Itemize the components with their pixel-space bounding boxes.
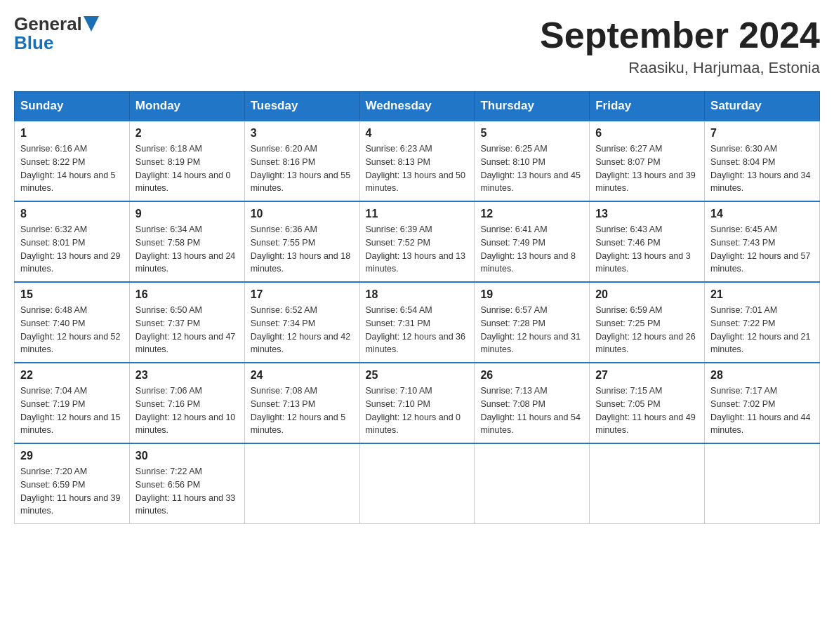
calendar-week-2: 8 Sunrise: 6:32 AMSunset: 8:01 PMDayligh… <box>15 201 820 282</box>
title-block: September 2024 Raasiku, Harjumaa, Estoni… <box>540 14 820 77</box>
day-info: Sunrise: 7:17 AMSunset: 7:02 PMDaylight:… <box>710 384 814 437</box>
calendar-header: Sunday Monday Tuesday Wednesday Thursday… <box>15 92 820 121</box>
day-info: Sunrise: 6:50 AMSunset: 7:37 PMDaylight:… <box>135 304 239 356</box>
logo-blue-text: Blue <box>14 33 99 53</box>
table-row <box>359 443 475 524</box>
table-row: 24 Sunrise: 7:08 AMSunset: 7:13 PMDaylig… <box>244 363 359 443</box>
table-row: 12 Sunrise: 6:41 AMSunset: 7:49 PMDaylig… <box>475 201 590 282</box>
table-row: 14 Sunrise: 6:45 AMSunset: 7:43 PMDaylig… <box>705 201 820 282</box>
day-info: Sunrise: 7:06 AMSunset: 7:16 PMDaylight:… <box>135 384 239 437</box>
day-number: 17 <box>251 288 354 301</box>
table-row: 13 Sunrise: 6:43 AMSunset: 7:46 PMDaylig… <box>590 201 705 282</box>
day-info: Sunrise: 6:27 AMSunset: 8:07 PMDaylight:… <box>595 142 699 195</box>
table-row: 19 Sunrise: 6:57 AMSunset: 7:28 PMDaylig… <box>475 282 590 363</box>
svg-marker-0 <box>84 16 99 32</box>
table-row: 3 Sunrise: 6:20 AMSunset: 8:16 PMDayligh… <box>244 121 359 201</box>
logo: General Blue <box>14 14 99 53</box>
table-row <box>705 443 820 524</box>
day-info: Sunrise: 6:54 AMSunset: 7:31 PMDaylight:… <box>366 304 469 356</box>
day-info: Sunrise: 6:48 AMSunset: 7:40 PMDaylight:… <box>20 304 124 356</box>
day-number: 9 <box>135 208 239 220</box>
col-tuesday: Tuesday <box>244 92 359 121</box>
table-row: 25 Sunrise: 7:10 AMSunset: 7:10 PMDaylig… <box>359 363 475 443</box>
table-row <box>475 443 590 524</box>
day-number: 18 <box>366 288 469 301</box>
col-monday: Monday <box>129 92 244 121</box>
day-number: 4 <box>366 127 469 140</box>
table-row: 23 Sunrise: 7:06 AMSunset: 7:16 PMDaylig… <box>129 363 244 443</box>
day-number: 5 <box>480 127 583 140</box>
day-info: Sunrise: 6:16 AMSunset: 8:22 PMDaylight:… <box>20 142 124 195</box>
day-number: 22 <box>20 369 124 382</box>
day-number: 21 <box>710 288 814 301</box>
day-number: 29 <box>20 450 124 462</box>
day-info: Sunrise: 6:39 AMSunset: 7:52 PMDaylight:… <box>366 223 469 276</box>
table-row: 8 Sunrise: 6:32 AMSunset: 8:01 PMDayligh… <box>15 201 130 282</box>
table-row: 30 Sunrise: 7:22 AMSunset: 6:56 PMDaylig… <box>129 443 244 524</box>
day-number: 15 <box>20 288 124 301</box>
col-sunday: Sunday <box>15 92 130 121</box>
calendar-week-5: 29 Sunrise: 7:20 AMSunset: 6:59 PMDaylig… <box>15 443 820 524</box>
day-number: 11 <box>366 208 469 220</box>
day-number: 26 <box>480 369 583 382</box>
table-row: 9 Sunrise: 6:34 AMSunset: 7:58 PMDayligh… <box>129 201 244 282</box>
table-row: 17 Sunrise: 6:52 AMSunset: 7:34 PMDaylig… <box>244 282 359 363</box>
day-number: 13 <box>595 208 699 220</box>
day-number: 30 <box>135 450 239 462</box>
calendar-subtitle: Raasiku, Harjumaa, Estonia <box>540 59 820 77</box>
table-row: 5 Sunrise: 6:25 AMSunset: 8:10 PMDayligh… <box>475 121 590 201</box>
page-header: General Blue September 2024 Raasiku, Har… <box>14 14 820 77</box>
table-row: 26 Sunrise: 7:13 AMSunset: 7:08 PMDaylig… <box>475 363 590 443</box>
table-row: 11 Sunrise: 6:39 AMSunset: 7:52 PMDaylig… <box>359 201 475 282</box>
day-info: Sunrise: 6:36 AMSunset: 7:55 PMDaylight:… <box>251 223 354 276</box>
col-friday: Friday <box>590 92 705 121</box>
day-info: Sunrise: 6:34 AMSunset: 7:58 PMDaylight:… <box>135 223 239 276</box>
calendar-week-3: 15 Sunrise: 6:48 AMSunset: 7:40 PMDaylig… <box>15 282 820 363</box>
day-number: 23 <box>135 369 239 382</box>
logo-triangle-icon <box>84 16 99 32</box>
day-info: Sunrise: 7:04 AMSunset: 7:19 PMDaylight:… <box>20 384 124 437</box>
col-thursday: Thursday <box>475 92 590 121</box>
day-info: Sunrise: 6:41 AMSunset: 7:49 PMDaylight:… <box>480 223 583 276</box>
day-number: 16 <box>135 288 239 301</box>
header-row: Sunday Monday Tuesday Wednesday Thursday… <box>15 92 820 121</box>
table-row: 6 Sunrise: 6:27 AMSunset: 8:07 PMDayligh… <box>590 121 705 201</box>
col-wednesday: Wednesday <box>359 92 475 121</box>
day-number: 6 <box>595 127 699 140</box>
day-info: Sunrise: 6:20 AMSunset: 8:16 PMDaylight:… <box>251 142 354 195</box>
day-number: 2 <box>135 127 239 140</box>
table-row: 20 Sunrise: 6:59 AMSunset: 7:25 PMDaylig… <box>590 282 705 363</box>
calendar-week-4: 22 Sunrise: 7:04 AMSunset: 7:19 PMDaylig… <box>15 363 820 443</box>
logo-general-text: General <box>14 14 82 34</box>
day-number: 25 <box>366 369 469 382</box>
day-info: Sunrise: 6:57 AMSunset: 7:28 PMDaylight:… <box>480 304 583 356</box>
day-number: 7 <box>710 127 814 140</box>
day-number: 8 <box>20 208 124 220</box>
day-number: 10 <box>251 208 354 220</box>
day-info: Sunrise: 7:22 AMSunset: 6:56 PMDaylight:… <box>135 465 239 518</box>
table-row: 28 Sunrise: 7:17 AMSunset: 7:02 PMDaylig… <box>705 363 820 443</box>
day-info: Sunrise: 6:45 AMSunset: 7:43 PMDaylight:… <box>710 223 814 276</box>
day-info: Sunrise: 7:13 AMSunset: 7:08 PMDaylight:… <box>480 384 583 437</box>
table-row: 1 Sunrise: 6:16 AMSunset: 8:22 PMDayligh… <box>15 121 130 201</box>
table-row: 18 Sunrise: 6:54 AMSunset: 7:31 PMDaylig… <box>359 282 475 363</box>
table-row: 16 Sunrise: 6:50 AMSunset: 7:37 PMDaylig… <box>129 282 244 363</box>
day-info: Sunrise: 6:43 AMSunset: 7:46 PMDaylight:… <box>595 223 699 276</box>
table-row: 4 Sunrise: 6:23 AMSunset: 8:13 PMDayligh… <box>359 121 475 201</box>
table-row: 27 Sunrise: 7:15 AMSunset: 7:05 PMDaylig… <box>590 363 705 443</box>
calendar-title: September 2024 <box>540 14 820 56</box>
table-row: 10 Sunrise: 6:36 AMSunset: 7:55 PMDaylig… <box>244 201 359 282</box>
day-info: Sunrise: 6:18 AMSunset: 8:19 PMDaylight:… <box>135 142 239 195</box>
day-number: 28 <box>710 369 814 382</box>
calendar-table: Sunday Monday Tuesday Wednesday Thursday… <box>14 91 820 524</box>
day-info: Sunrise: 6:59 AMSunset: 7:25 PMDaylight:… <box>595 304 699 356</box>
day-number: 24 <box>251 369 354 382</box>
day-number: 14 <box>710 208 814 220</box>
col-saturday: Saturday <box>705 92 820 121</box>
table-row <box>590 443 705 524</box>
day-number: 19 <box>480 288 583 301</box>
day-number: 3 <box>251 127 354 140</box>
day-info: Sunrise: 7:08 AMSunset: 7:13 PMDaylight:… <box>251 384 354 437</box>
day-info: Sunrise: 6:25 AMSunset: 8:10 PMDaylight:… <box>480 142 583 195</box>
day-number: 20 <box>595 288 699 301</box>
